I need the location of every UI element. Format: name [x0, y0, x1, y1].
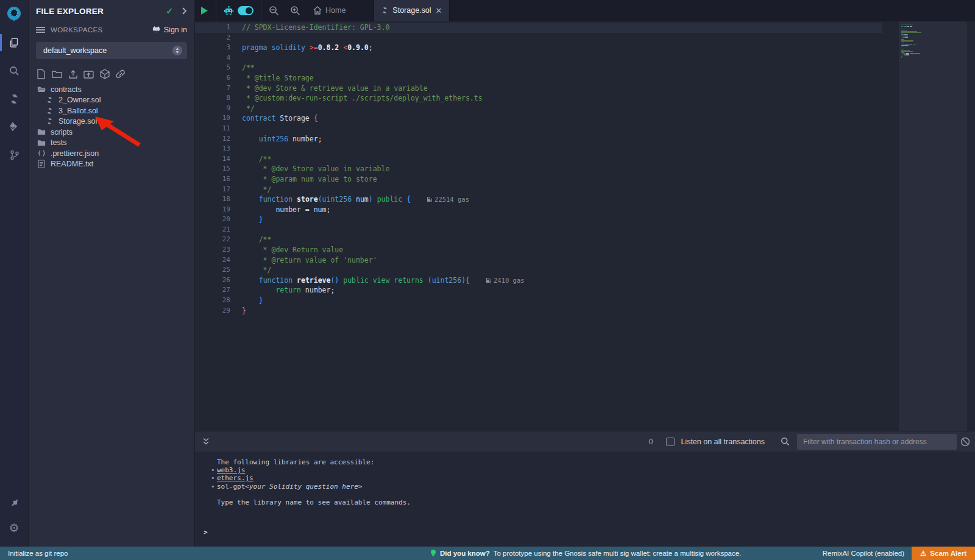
- library-link[interactable]: web3.js: [217, 466, 245, 474]
- code-editor[interactable]: 1// SPDX-License-Identifier: GPL-3.023pr…: [195, 21, 975, 431]
- code-line-13[interactable]: 13: [195, 144, 882, 154]
- terminal-prompt[interactable]: >: [204, 528, 208, 536]
- file-name: scripts: [51, 128, 73, 136]
- code-line-15[interactable]: 15 * @dev Store value in variable: [195, 164, 882, 174]
- file-tree-item-3-ballot-sol[interactable]: 3_Ballot.sol: [29, 105, 194, 116]
- sign-in-button[interactable]: Sign in: [152, 26, 187, 34]
- listen-transactions-checkbox[interactable]: [666, 438, 675, 446]
- code-line-8[interactable]: 8 * @custom:dev-run-script ./scripts/dep…: [195, 93, 882, 104]
- line-number: 24: [195, 255, 230, 266]
- terminal-library-item: •sol-gpt <your Solidity question here>: [195, 483, 975, 491]
- library-link[interactable]: ethers.js: [217, 474, 254, 482]
- transaction-filter-input[interactable]: [797, 434, 957, 450]
- solidity-icon: [45, 107, 54, 115]
- gist-cube-icon[interactable]: [99, 69, 110, 79]
- file-explorer-icon: [9, 37, 20, 48]
- minimap[interactable]: [899, 21, 967, 431]
- run-script-button[interactable]: [195, 0, 214, 21]
- workspace-select[interactable]: default_workspace ▲▼: [36, 42, 187, 59]
- scam-alert-button[interactable]: ⚠ Scam Alert: [912, 547, 975, 560]
- terminal-intro: The following libraries are accessible:: [195, 452, 975, 466]
- file-tree-item-tests[interactable]: tests: [29, 138, 194, 149]
- code-line-21[interactable]: 21: [195, 225, 882, 235]
- link-icon[interactable]: [115, 69, 126, 79]
- tab-home[interactable]: Home: [306, 0, 353, 21]
- code-line-3[interactable]: 3pragma solidity >=0.8.2 <0.9.0;: [195, 43, 882, 53]
- code-line-24[interactable]: 24 * @return value of 'number': [195, 255, 882, 266]
- line-number: 14: [195, 154, 230, 165]
- tab-storage-sol[interactable]: Storage.sol ✕: [374, 0, 450, 21]
- zoom-out-button[interactable]: [263, 0, 285, 21]
- line-text: number = num;: [230, 205, 330, 215]
- sidebar-item-git[interactable]: [0, 144, 29, 165]
- code-line-16[interactable]: 16 * @param num value to store: [195, 174, 882, 185]
- clear-console-icon[interactable]: [960, 437, 970, 447]
- code-line-10[interactable]: 10contract Storage {: [195, 113, 882, 124]
- code-line-18[interactable]: 18 function store(uint256 num) public {2…: [195, 194, 882, 205]
- ai-copilot-toggle[interactable]: [236, 0, 259, 21]
- hamburger-menu-icon[interactable]: [36, 26, 45, 34]
- copilot-status[interactable]: RemixAI Copilot (enabled): [823, 550, 904, 557]
- new-file-icon[interactable]: [36, 69, 46, 79]
- code-line-28[interactable]: 28 }: [195, 296, 882, 306]
- terminal[interactable]: The following libraries are accessible: …: [195, 452, 975, 547]
- folder-open-icon: [37, 85, 46, 94]
- file-tree-item-storage-sol[interactable]: Storage.sol: [29, 116, 194, 127]
- sidebar-item-settings[interactable]: ⚙: [0, 517, 29, 538]
- git-init-status[interactable]: Initialize as git repo: [0, 550, 68, 557]
- file-tree-item-scripts[interactable]: scripts: [29, 127, 194, 138]
- file-tree-item--prettierrc-json[interactable]: .prettierrc.json: [29, 148, 194, 159]
- file-name: 2_Owner.sol: [58, 96, 101, 104]
- code-line-14[interactable]: 14 /**: [195, 154, 882, 165]
- status-bar: Initialize as git repo Did you know? To …: [0, 547, 975, 560]
- ai-copilot-robot-icon[interactable]: [218, 0, 236, 21]
- code-line-29[interactable]: 29}: [195, 306, 882, 316]
- line-number: 2: [195, 33, 230, 43]
- line-text: * @dev Store & retrieve value in a varia…: [230, 83, 428, 94]
- file-tree-item-readme-txt[interactable]: README.txt: [29, 159, 194, 170]
- code-line-6[interactable]: 6 * @title Storage: [195, 73, 882, 83]
- code-line-22[interactable]: 22 /**: [195, 235, 882, 245]
- compile-check-icon: ✓: [166, 6, 173, 16]
- remix-logo-icon[interactable]: [4, 4, 24, 24]
- code-line-27[interactable]: 27 return number;: [195, 285, 882, 296]
- line-number: 27: [195, 285, 230, 296]
- close-tab-icon[interactable]: ✕: [436, 6, 442, 15]
- file-name: 3_Ballot.sol: [58, 107, 98, 115]
- plug-icon: [9, 498, 20, 509]
- main-area: Home Storage.sol ✕ 1// SPDX-License-Iden…: [195, 0, 975, 547]
- line-text: [230, 225, 242, 235]
- code-line-7[interactable]: 7 * @dev Store & retrieve value in a var…: [195, 83, 882, 94]
- code-line-12[interactable]: 12 uint256 number;: [195, 134, 882, 144]
- upload-folder-icon[interactable]: [83, 69, 94, 79]
- sidebar-item-search[interactable]: [0, 60, 29, 81]
- file-tree-item-2-owner-sol[interactable]: 2_Owner.sol: [29, 95, 194, 106]
- chevron-right-icon[interactable]: [182, 7, 187, 15]
- code-line-19[interactable]: 19 number = num;: [195, 205, 882, 215]
- code-line-23[interactable]: 23 * @dev Return value: [195, 245, 882, 255]
- code-line-26[interactable]: 26 function retrieve() public view retur…: [195, 275, 882, 286]
- line-text: uint256 number;: [230, 134, 322, 144]
- sidebar-item-solidity-compiler[interactable]: [0, 88, 29, 109]
- terminal-search-icon[interactable]: [781, 437, 790, 446]
- code-line-25[interactable]: 25 */: [195, 265, 882, 275]
- sidebar-item-file-explorer[interactable]: [0, 32, 29, 53]
- terminal-library-item: •web3.js: [195, 466, 975, 474]
- sidebar-item-deploy-run[interactable]: [0, 116, 29, 137]
- code-line-1[interactable]: 1// SPDX-License-Identifier: GPL-3.0: [195, 23, 882, 33]
- sidebar-item-plugin-manager[interactable]: [0, 493, 29, 514]
- code-line-20[interactable]: 20 }: [195, 214, 882, 225]
- code-line-2[interactable]: 2: [195, 33, 882, 43]
- zoom-in-button[interactable]: [285, 0, 306, 21]
- new-folder-icon[interactable]: [52, 69, 62, 79]
- file-tree-item-contracts[interactable]: contracts: [29, 84, 194, 95]
- collapse-terminal-icon[interactable]: [202, 438, 210, 445]
- code-line-5[interactable]: 5/**: [195, 63, 882, 73]
- code-line-9[interactable]: 9 */: [195, 104, 882, 114]
- tab-home-label: Home: [325, 6, 346, 15]
- code-line-17[interactable]: 17 */: [195, 185, 882, 195]
- upload-file-icon[interactable]: [68, 69, 78, 79]
- code-line-11[interactable]: 11: [195, 124, 882, 134]
- code-line-4[interactable]: 4: [195, 53, 882, 63]
- line-number: 28: [195, 296, 230, 306]
